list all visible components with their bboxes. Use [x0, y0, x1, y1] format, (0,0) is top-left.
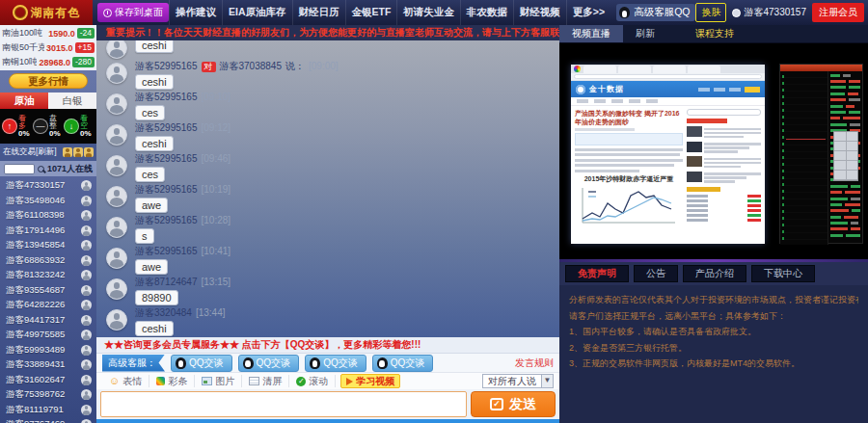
qq-service-row: 高级客服： QQ交谈QQ交谈QQ交谈QQ交谈 发言规则 [96, 353, 559, 372]
nav-item-财经视频[interactable]: 财经视频 [513, 0, 566, 25]
screenshare-browser-window: 金十数据 产油国关系的微妙转变 揭开了2016年油价走势的面纱 [571, 65, 765, 244]
avatar-icon [73, 147, 83, 157]
live-tab-课程支持[interactable]: 课程支持 [683, 25, 746, 42]
toolbar-study-video[interactable]: 学习视频 [340, 374, 400, 388]
qq-penguin-icon [176, 357, 186, 369]
message-time: [10:28] [202, 215, 231, 226]
qq-chat-button[interactable]: QQ交谈 [171, 355, 232, 372]
sentiment-text: 盘整0% [49, 115, 64, 138]
online-user-row[interactable]: 游客17914496 [6, 224, 92, 239]
chat-input[interactable] [100, 391, 467, 417]
message-header: 游客52995165[09:46] [135, 153, 550, 165]
live-tab-视频直播[interactable]: 视频直播 [559, 25, 623, 42]
toolbar-clear-screen[interactable]: 清屏 [242, 375, 289, 387]
quote-price: 3015.0 [46, 43, 73, 53]
nav-item-财经日历[interactable]: 财经日历 [292, 0, 345, 25]
nav-item-金银ETF[interactable]: 金银ETF [345, 0, 397, 25]
avatar-icon [106, 124, 127, 145]
message-bubble: ces [135, 167, 165, 182]
send-icon [490, 398, 503, 410]
message-bubble: ceshi [135, 40, 174, 53]
live-tab-刷新[interactable]: 刷新 [623, 25, 667, 42]
toolbar-label: 彩条 [168, 375, 187, 388]
clock-icon [103, 9, 112, 17]
toolbar-color-text[interactable]: 彩条 [149, 375, 195, 387]
online-user-row[interactable]: 游客97767469 [6, 417, 92, 423]
online-user-row[interactable]: 游客68863932 [6, 253, 92, 269]
avatar-icon [81, 196, 92, 206]
online-user-row[interactable]: 游客93554687 [6, 283, 92, 299]
avatar-icon [81, 240, 92, 251]
nav-item-EIA原油库存[interactable]: EIA原油库存 [222, 0, 292, 25]
tab-silver[interactable]: 白银 [48, 93, 96, 109]
toolbar-scroll-toggle[interactable]: 滚动 [289, 375, 336, 387]
nav-item-初请失业金[interactable]: 初请失业金 [396, 0, 460, 25]
message-bubble: s [135, 228, 154, 244]
terminal-titlebar [780, 65, 862, 71]
chat-promo-bar: ★★咨询更多会员专属服务★★ 点击下方【QQ交谈】，更多精彩等着您!!! [96, 337, 559, 353]
quote-row[interactable]: 南银50千克3015.0+15 [2, 40, 95, 55]
sentiment-看多[interactable]: ↑看多0% [2, 115, 33, 138]
tab-crude-oil[interactable]: 原油 [0, 93, 48, 109]
sentiment-value: 0% [18, 130, 33, 138]
online-user-name: 游客68863932 [6, 254, 65, 267]
save-to-desktop-button[interactable]: 保存到桌面 [97, 3, 169, 22]
quote-panel: 南油100吨1590.0-24南银50千克3015.0+15南铜10吨28968… [0, 25, 96, 70]
message-header: 游客52995165[10:28] [135, 215, 550, 226]
qq-chat-button[interactable]: QQ交谈 [372, 355, 434, 372]
quote-row[interactable]: 南铜10吨28968.0-280 [2, 55, 95, 69]
more-quotes-button[interactable]: 更多行情 [9, 73, 88, 89]
nav-item-更多>>[interactable]: 更多>> [566, 0, 610, 25]
info-tab-下载中心[interactable]: 下载中心 [751, 265, 815, 282]
online-user-row[interactable]: 游客31602647 [6, 373, 92, 388]
nav-right: 换肤 游客47330157 注册会员 登录 [695, 3, 868, 22]
change-skin-button[interactable]: 换肤 [695, 3, 726, 22]
avatar-icon [81, 285, 92, 296]
online-user-row[interactable]: 游客75398762 [6, 387, 92, 403]
chat-input-row: 发送 [96, 389, 559, 419]
qq-buttons: QQ交谈QQ交谈QQ交谈QQ交谈 [171, 355, 433, 372]
terminal-chart [780, 71, 828, 245]
nav-item-操作建议[interactable]: 操作建议 [169, 0, 222, 25]
speech-rules-link[interactable]: 发言规则 [515, 357, 554, 370]
info-tab-免责声明[interactable]: 免责声明 [565, 265, 629, 282]
online-user-name: 游客93554687 [6, 284, 65, 297]
live-video-player[interactable]: 金十数据 产油国关系的微妙转变 揭开了2016年油价走势的面纱 [559, 43, 868, 259]
online-user-row[interactable]: 游客47330157 [6, 178, 92, 194]
disclaimer-line: 2、资金是否第三方银行托管。 [569, 340, 858, 357]
online-user-row[interactable]: 游客35498046 [6, 194, 92, 209]
online-user-row[interactable]: 游客81323242 [6, 268, 92, 283]
online-user-row[interactable]: 游客33889431 [6, 357, 92, 373]
online-user-row[interactable]: 游客64282226 [6, 298, 92, 313]
qq-chat-button[interactable]: QQ交谈 [238, 355, 300, 372]
sentiment-看空[interactable]: ↓看空0% [64, 115, 95, 138]
message-header: 游客52995165对游客37038845说：[09:00] [135, 61, 550, 72]
info-tab-公告[interactable]: 公告 [634, 265, 678, 282]
online-user-name: 游客17914496 [6, 225, 65, 237]
user-search-input[interactable] [4, 164, 35, 174]
message-sender: 游客52995165 [135, 122, 198, 134]
online-trade-label[interactable]: 在线交易[刷新] [3, 146, 57, 158]
sentiment-盘整[interactable]: —盘整0% [33, 115, 64, 138]
avatar-icon [81, 405, 92, 415]
online-user-row[interactable]: 游客13945854 [6, 238, 92, 253]
send-button[interactable]: 发送 [471, 391, 556, 417]
search-icon[interactable] [38, 166, 44, 172]
qq-chat-button[interactable]: QQ交谈 [305, 355, 366, 372]
logo-text: 湖南有色 [31, 5, 81, 21]
quote-row[interactable]: 南油100吨1590.0-24 [2, 26, 95, 40]
article-body: 产油国关系的微妙转变 揭开了2016年油价走势的面纱 2015年沙特财政赤字逼近… [571, 106, 765, 233]
toolbar-emoticon[interactable]: 表情 [102, 375, 149, 387]
site-menu [698, 87, 760, 93]
online-user-row[interactable]: 游客94417317 [6, 313, 92, 329]
online-user-row[interactable]: 游客81119791 [6, 403, 92, 418]
audience-select[interactable]: 对所有人说 ▼ [482, 374, 554, 388]
qq-service-badge[interactable]: 高级客服QQ [616, 4, 695, 21]
online-user-row[interactable]: 游客49975585 [6, 328, 92, 343]
online-user-row[interactable]: 游客59993489 [6, 343, 92, 358]
info-tab-产品介绍[interactable]: 产品介绍 [683, 265, 746, 282]
nav-item-非农数据[interactable]: 非农数据 [460, 0, 513, 25]
online-user-row[interactable]: 游客61108398 [6, 208, 92, 224]
register-button[interactable]: 注册会员 [812, 3, 864, 22]
toolbar-image[interactable]: 图片 [195, 375, 242, 387]
